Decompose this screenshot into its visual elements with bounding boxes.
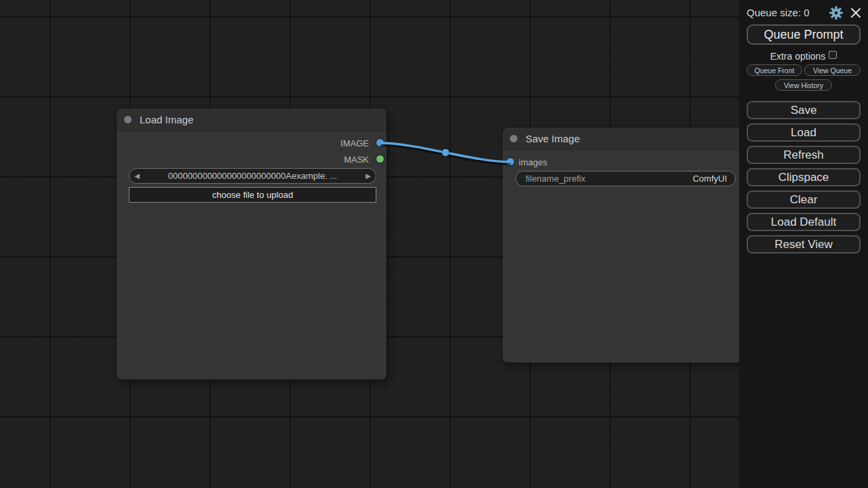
load-default-button[interactable]: Load Default xyxy=(747,213,861,231)
choose-file-label: choose file to upload xyxy=(212,190,293,200)
image-combo-widget[interactable]: ◀ 000000000000000000000000Aexample. ... … xyxy=(129,168,376,184)
collapse-dot-icon[interactable] xyxy=(510,135,517,142)
save-button[interactable]: Save xyxy=(747,101,861,119)
load-button[interactable]: Load xyxy=(747,123,861,142)
close-icon[interactable] xyxy=(850,7,862,19)
collapse-dot-icon[interactable] xyxy=(124,116,132,123)
reset-view-label: Reset View xyxy=(774,238,833,251)
refresh-label: Refresh xyxy=(783,148,824,162)
clear-button[interactable]: Clear xyxy=(747,190,861,209)
reset-view-button[interactable]: Reset View xyxy=(747,235,861,253)
graph-canvas[interactable]: Load Image IMAGE MASK ◀ 0000000000000000… xyxy=(0,0,739,488)
view-queue-label: View Queue xyxy=(813,66,852,75)
link-shadow xyxy=(380,144,511,163)
choose-file-button[interactable]: choose file to upload xyxy=(129,187,376,203)
link-image-to-images xyxy=(380,143,511,162)
save-label: Save xyxy=(791,104,817,117)
clipspace-label: Clipspace xyxy=(778,171,829,184)
link-midpoint-dot[interactable] xyxy=(442,149,450,157)
node-load-image[interactable]: Load Image IMAGE MASK ◀ 0000000000000000… xyxy=(117,108,387,380)
combo-prev-arrow-icon[interactable]: ◀ xyxy=(130,172,144,180)
input-label-images: images xyxy=(519,157,547,167)
output-slot-mask[interactable] xyxy=(376,155,384,163)
clipspace-button[interactable]: Clipspace xyxy=(747,168,861,186)
clear-label: Clear xyxy=(790,193,818,207)
input-slot-images[interactable] xyxy=(507,158,514,165)
extra-options-row: Extra options xyxy=(739,50,868,62)
refresh-button[interactable]: Refresh xyxy=(747,146,861,164)
node-title-bar[interactable]: Load Image xyxy=(117,108,387,131)
extra-options-label: Extra options xyxy=(770,51,826,62)
queue-front-label: Queue Front xyxy=(755,66,795,75)
node-title: Save Image xyxy=(526,133,580,144)
filename-prefix-label: filename_prefix xyxy=(516,174,692,184)
queue-front-button[interactable]: Queue Front xyxy=(747,64,802,76)
load-default-label: Load Default xyxy=(771,216,836,229)
node-title: Load Image xyxy=(140,114,193,125)
comfy-menu: Queue size: 0 Queue Prompt Ext xyxy=(739,0,868,488)
view-queue-button[interactable]: View Queue xyxy=(804,64,861,76)
output-label-mask: MASK xyxy=(344,155,369,165)
view-history-button[interactable]: View History xyxy=(775,79,832,91)
node-title-bar[interactable]: Save Image xyxy=(502,127,747,150)
output-label-image: IMAGE xyxy=(340,138,369,148)
extra-options-checkbox[interactable] xyxy=(829,51,837,59)
node-save-image[interactable]: Save Image images filename_prefix ComfyU… xyxy=(502,127,747,363)
gear-icon[interactable] xyxy=(829,5,844,20)
image-combo-value: 000000000000000000000000Aexample. ... xyxy=(144,171,361,181)
filename-prefix-value: ComfyUI xyxy=(692,174,735,184)
queue-prompt-button[interactable]: Queue Prompt xyxy=(747,24,861,45)
combo-next-arrow-icon[interactable]: ▶ xyxy=(361,172,376,180)
queue-size-label: Queue size: 0 xyxy=(747,7,810,18)
output-slot-image[interactable] xyxy=(376,139,384,146)
view-history-label: View History xyxy=(784,81,823,89)
comfyui-app: Load Image IMAGE MASK ◀ 0000000000000000… xyxy=(0,0,868,488)
load-label: Load xyxy=(791,126,816,140)
queue-prompt-label: Queue Prompt xyxy=(764,28,843,42)
filename-prefix-widget[interactable]: filename_prefix ComfyUI xyxy=(515,171,736,186)
